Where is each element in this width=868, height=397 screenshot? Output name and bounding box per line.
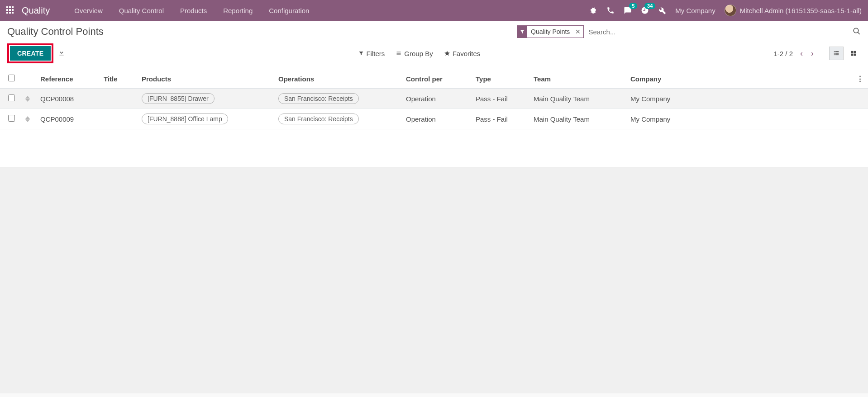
select-all-checkbox[interactable]	[8, 75, 15, 81]
svg-line-1	[858, 32, 860, 34]
cell-type: Pass - Fail	[471, 89, 529, 109]
pager-prev-icon[interactable]: ‹	[800, 49, 803, 58]
cell-title	[99, 89, 137, 109]
app-title[interactable]: Quality	[22, 5, 50, 16]
svg-rect-6	[835, 51, 839, 52]
col-reference[interactable]: Reference	[36, 69, 99, 89]
col-type[interactable]: Type	[471, 69, 529, 89]
company-selector[interactable]: My Company	[675, 7, 715, 14]
col-control-per[interactable]: Control per	[401, 69, 471, 89]
filters-label: Filters	[366, 50, 385, 57]
facet-remove-icon[interactable]: ✕	[572, 28, 583, 35]
view-switcher	[829, 47, 861, 60]
tools-icon[interactable]	[658, 6, 666, 14]
user-menu[interactable]: Mitchell Admin (16151359-saas-15-1-all)	[725, 5, 862, 16]
cell-type: Pass - Fail	[471, 109, 529, 129]
svg-rect-5	[834, 51, 835, 52]
svg-rect-13	[851, 54, 854, 56]
pager-range[interactable]: 1-2 / 2	[773, 50, 793, 57]
groupby-label: Group By	[404, 50, 433, 57]
table: Reference Title Products Operations Cont…	[0, 69, 868, 129]
search-input[interactable]	[584, 26, 853, 38]
avatar	[725, 5, 736, 16]
pager: 1-2 / 2 ‹ ›	[773, 47, 861, 60]
cell-control-per: Operation	[401, 89, 471, 109]
table-row[interactable]: QCP00009 [FURN_8888] Office Lamp San Fra…	[0, 109, 868, 129]
activities-badge: 34	[644, 3, 655, 9]
messages-icon[interactable]: 5	[624, 6, 632, 14]
activities-icon[interactable]: 34	[641, 6, 649, 14]
download-icon[interactable]	[58, 49, 65, 58]
svg-rect-10	[835, 54, 839, 55]
favorites-button[interactable]: Favorites	[444, 50, 481, 57]
apps-icon[interactable]	[6, 6, 14, 14]
top-navbar: Quality Overview Quality Control Product…	[0, 0, 868, 21]
svg-point-0	[854, 28, 858, 33]
phone-icon[interactable]	[606, 6, 615, 14]
svg-rect-9	[834, 54, 835, 55]
table-row[interactable]: QCP00008 [FURN_8855] Drawer San Francisc…	[0, 89, 868, 109]
cell-company: My Company	[626, 109, 852, 129]
svg-rect-7	[834, 53, 835, 54]
user-name: Mitchell Admin (16151359-saas-15-1-all)	[740, 7, 862, 14]
menu-reporting[interactable]: Reporting	[215, 7, 261, 14]
search-icon[interactable]	[853, 27, 861, 37]
svg-rect-8	[835, 53, 839, 54]
pager-next-icon[interactable]: ›	[811, 49, 814, 58]
operation-pill[interactable]: San Francisco: Receipts	[278, 93, 359, 104]
row-checkbox[interactable]	[8, 115, 15, 122]
menu-overview[interactable]: Overview	[66, 7, 111, 14]
product-pill[interactable]: [FURN_8855] Drawer	[142, 93, 215, 104]
cell-team: Main Quality Team	[529, 89, 626, 109]
menu-configuration[interactable]: Configuration	[261, 7, 317, 14]
table-footer-space	[0, 129, 868, 167]
operation-pill[interactable]: San Francisco: Receipts	[278, 113, 359, 124]
drag-handle-icon[interactable]	[19, 109, 36, 129]
search-facet: Quality Points ✕	[517, 25, 584, 38]
svg-rect-14	[854, 54, 856, 56]
groupby-button[interactable]: Group By	[396, 50, 433, 57]
col-company[interactable]: Company	[626, 69, 852, 89]
create-highlight: CREATE	[7, 43, 53, 63]
col-title[interactable]: Title	[99, 69, 137, 89]
search-area: Quality Points ✕	[517, 25, 861, 38]
product-pill[interactable]: [FURN_8888] Office Lamp	[142, 113, 228, 124]
cell-reference: QCP00008	[36, 89, 99, 109]
kanban-view-button[interactable]	[846, 47, 861, 60]
debug-icon[interactable]	[589, 6, 597, 14]
optional-columns-icon[interactable]: ⋮	[852, 69, 868, 89]
messages-badge: 5	[629, 3, 637, 9]
search-toolbar: Filters Group By Favorites	[358, 50, 480, 57]
funnel-icon	[517, 26, 527, 38]
list-view-button[interactable]	[829, 47, 844, 60]
cell-team: Main Quality Team	[529, 109, 626, 129]
cell-reference: QCP00009	[36, 109, 99, 129]
breadcrumb: Quality Control Points	[7, 26, 104, 38]
col-products[interactable]: Products	[137, 69, 274, 89]
cell-title	[99, 109, 137, 129]
filters-button[interactable]: Filters	[358, 50, 385, 57]
cell-company: My Company	[626, 89, 852, 109]
cell-control-per: Operation	[401, 109, 471, 129]
facet-label: Quality Points	[527, 28, 572, 35]
topnav-right: 5 34 My Company Mitchell Admin (16151359…	[589, 5, 862, 16]
create-button[interactable]: CREATE	[10, 46, 51, 61]
menu-products[interactable]: Products	[172, 7, 215, 14]
page-background	[0, 167, 868, 393]
list-view: Reference Title Products Operations Cont…	[0, 69, 868, 167]
col-team[interactable]: Team	[529, 69, 626, 89]
main-menu: Overview Quality Control Products Report…	[66, 7, 317, 14]
svg-rect-11	[851, 51, 854, 53]
col-operations[interactable]: Operations	[274, 69, 401, 89]
svg-rect-12	[854, 51, 856, 53]
favorites-label: Favorites	[453, 50, 481, 57]
menu-quality-control[interactable]: Quality Control	[111, 7, 172, 14]
control-panel: Quality Control Points Quality Points ✕ …	[0, 21, 868, 69]
drag-handle-icon[interactable]	[19, 89, 36, 109]
row-checkbox[interactable]	[8, 95, 15, 101]
topnav-left: Quality Overview Quality Control Product…	[6, 5, 317, 16]
